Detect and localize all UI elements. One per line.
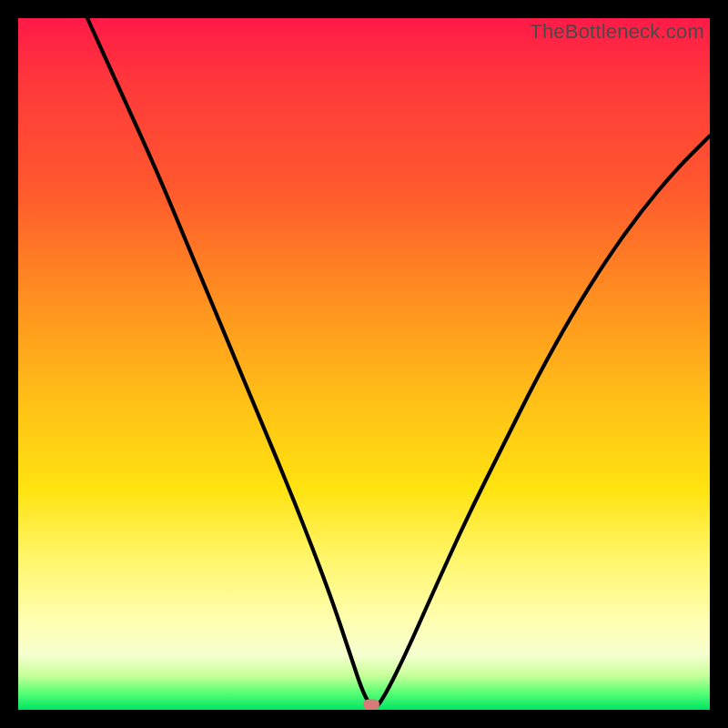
minimum-marker bbox=[363, 699, 379, 709]
bottleneck-curve bbox=[18, 18, 710, 710]
chart-frame: TheBottleneck.com bbox=[0, 0, 728, 728]
plot-area: TheBottleneck.com bbox=[18, 18, 710, 710]
